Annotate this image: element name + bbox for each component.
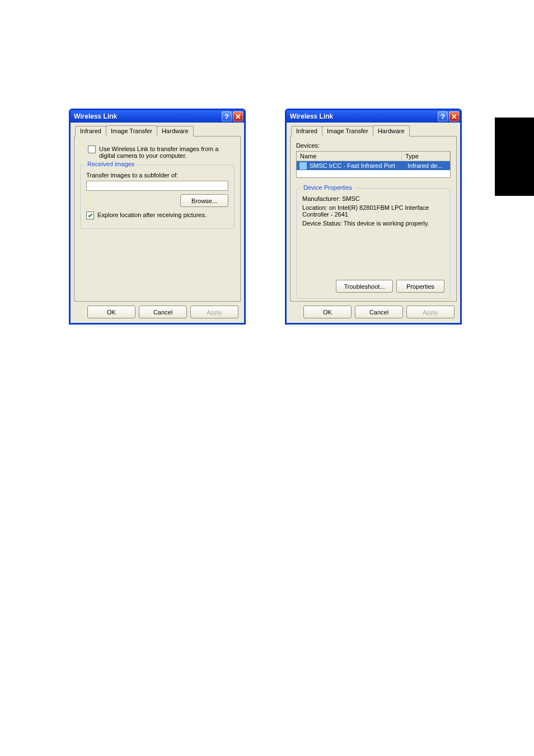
infrared-device-icon: [299, 162, 307, 170]
page-edge-tab: [495, 118, 534, 196]
browse-button[interactable]: Browse...: [180, 194, 228, 207]
device-list-header: Name Type: [297, 152, 450, 161]
tab-panel: Devices: Name Type SMSC IrCC - Fast Infr…: [290, 136, 457, 302]
client-area: Infrared Image Transfer Hardware Use Wir…: [71, 123, 244, 323]
cancel-button[interactable]: Cancel: [355, 306, 403, 318]
wireless-link-image-transfer-dialog: Wireless Link ? ✕ Infrared Image Transfe…: [69, 109, 246, 325]
manufacturer-text: Manufacturer: SMSC: [302, 195, 444, 202]
explore-location-checkbox[interactable]: ✔: [86, 212, 94, 219]
device-list-row[interactable]: SMSC IrCC - Fast Infrared Port Infrared …: [297, 161, 450, 170]
ok-button[interactable]: OK: [303, 306, 352, 318]
close-icon: ✕: [235, 112, 241, 121]
tab-strip: Infrared Image Transfer Hardware: [291, 126, 457, 137]
window-title: Wireless Link: [74, 112, 221, 120]
transfer-images-label: Transfer images to a subfolder of:: [86, 172, 228, 179]
properties-button[interactable]: Properties: [396, 280, 444, 293]
device-list[interactable]: Name Type SMSC IrCC - Fast Infrared Port…: [296, 151, 451, 178]
apply-button[interactable]: Apply: [406, 306, 455, 318]
destination-path-input[interactable]: [86, 181, 228, 191]
device-status-text: Device Status: This device is working pr…: [302, 220, 444, 227]
ok-button[interactable]: OK: [87, 306, 135, 318]
devices-label: Devices:: [296, 142, 451, 149]
device-properties-legend: Device Properties: [301, 184, 354, 191]
explore-location-label: Explore location after receiving picture…: [97, 212, 207, 218]
troubleshoot-button[interactable]: Troubleshoot...: [336, 280, 393, 293]
dialog-button-row: OK Cancel Apply: [303, 306, 455, 318]
client-area: Infrared Image Transfer Hardware Devices…: [287, 123, 460, 323]
device-type: Infrared de...: [404, 162, 450, 169]
column-type-header[interactable]: Type: [402, 152, 450, 161]
title-bar[interactable]: Wireless Link ? ✕: [287, 110, 460, 123]
close-button[interactable]: ✕: [233, 111, 243, 121]
cancel-button[interactable]: Cancel: [139, 306, 187, 318]
window-title: Wireless Link: [290, 112, 437, 120]
location-text: Location: on Intel(R) 82801FBM LPC Inter…: [302, 204, 444, 218]
help-button[interactable]: ?: [438, 111, 448, 121]
use-wireless-checkbox[interactable]: [88, 145, 96, 153]
help-icon: ?: [441, 112, 445, 121]
device-name: SMSC IrCC - Fast Infrared Port: [310, 162, 395, 169]
tab-infrared[interactable]: Infrared: [291, 126, 322, 137]
dialog-button-row: OK Cancel Apply: [87, 306, 238, 318]
tab-image-transfer[interactable]: Image Transfer: [322, 126, 373, 137]
tab-hardware[interactable]: Hardware: [157, 126, 194, 137]
title-bar[interactable]: Wireless Link ? ✕: [71, 110, 244, 123]
tab-panel: Use Wireless Link to transfer images fro…: [74, 136, 241, 302]
help-button[interactable]: ?: [222, 111, 232, 121]
apply-button[interactable]: Apply: [190, 306, 238, 318]
tab-hardware[interactable]: Hardware: [373, 125, 410, 137]
close-button[interactable]: ✕: [449, 111, 459, 121]
column-name-header[interactable]: Name: [297, 152, 402, 161]
use-wireless-label: Use Wireless Link to transfer images fro…: [99, 145, 228, 159]
close-icon: ✕: [451, 112, 457, 121]
wireless-link-hardware-dialog: Wireless Link ? ✕ Infrared Image Transfe…: [285, 109, 462, 325]
help-icon: ?: [224, 112, 229, 121]
tab-strip: Infrared Image Transfer Hardware: [75, 126, 241, 137]
tab-infrared[interactable]: Infrared: [75, 126, 106, 137]
received-images-legend: Received images: [85, 161, 137, 167]
tab-image-transfer[interactable]: Image Transfer: [106, 125, 157, 137]
